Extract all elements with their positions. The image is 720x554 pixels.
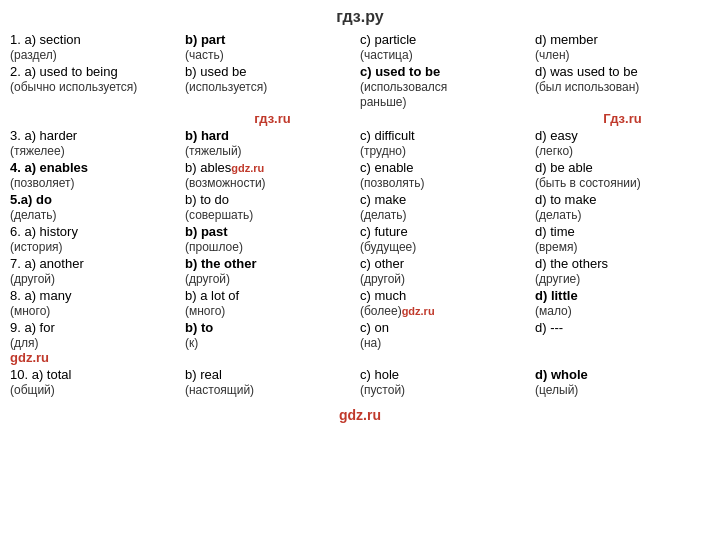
answer-row-10: 10. a) total(общий) b) real(настоящий) c… [10, 367, 710, 397]
answer-row-9: 9. a) for(для)gdz.ru b) to(к) c) on(на) … [10, 320, 710, 365]
cell: c) on(на) [360, 320, 535, 365]
cell: c) much(более)gdz.ru [360, 288, 535, 318]
answer-row-3: 3. a) harder(тяжелее) b) hard(тяжелый) c… [10, 128, 710, 158]
answer-row-4: 4. a) enables(позволяет) b) ablesgdz.ru(… [10, 160, 710, 190]
cell: c) make(делать) [360, 192, 535, 222]
cell: b) to(к) [185, 320, 360, 365]
cell: b) used be(используется) [185, 64, 360, 109]
cell: 2. a) used to being(обычно используется) [10, 64, 185, 109]
cell: c) particle(частица) [360, 32, 535, 62]
answers-container: 1. a) section(раздел) b) part(часть) c) … [10, 32, 710, 397]
cell: 8. a) many(много) [10, 288, 185, 318]
cell: d) was used to be(был использован) [535, 64, 710, 109]
cell: d) to make(делать) [535, 192, 710, 222]
cell: 1. a) section(раздел) [10, 32, 185, 62]
cell: 7. a) another(другой) [10, 256, 185, 286]
cell: d) the others(другие) [535, 256, 710, 286]
answer-row-6: 6. a) history(история) b) past(прошлое) … [10, 224, 710, 254]
cell: b) the other(другой) [185, 256, 360, 286]
cell: d) be able(быть в состоянии) [535, 160, 710, 190]
row-num: 1. a) section [10, 32, 81, 47]
cell: d) member(член) [535, 32, 710, 62]
answer-row-8: 8. a) many(много) b) a lot of(много) c) … [10, 288, 710, 318]
cell: b) part(часть) [185, 32, 360, 62]
answer-row-5: 5.a) do(делать) b) to do(совершать) c) m… [10, 192, 710, 222]
page-title: гдз.ру [10, 8, 710, 26]
cell: c) other(другой) [360, 256, 535, 286]
cell: d) whole(целый) [535, 367, 710, 397]
answer-row-2: 2. a) used to being(обычно используется)… [10, 64, 710, 109]
watermark-bottom: gdz.ru [10, 407, 710, 423]
cell: 3. a) harder(тяжелее) [10, 128, 185, 158]
cell: c) difficult(трудно) [360, 128, 535, 158]
cell: b) hard(тяжелый) [185, 128, 360, 158]
cell: 5.a) do(делать) [10, 192, 185, 222]
cell: d) easy(легко) [535, 128, 710, 158]
cell: c) hole(пустой) [360, 367, 535, 397]
cell: 10. a) total(общий) [10, 367, 185, 397]
cell: b) a lot of(много) [185, 288, 360, 318]
cell: 4. a) enables(позволяет) [10, 160, 185, 190]
cell: 9. a) for(для)gdz.ru [10, 320, 185, 365]
watermark-1: гдз.ru Гдз.ru [10, 111, 710, 126]
cell: d) --- [535, 320, 710, 365]
cell: b) past(прошлое) [185, 224, 360, 254]
cell: c) enable(позволять) [360, 160, 535, 190]
cell: c) used to be(использовалсяраньше) [360, 64, 535, 109]
cell: c) future(будущее) [360, 224, 535, 254]
cell: d) little(мало) [535, 288, 710, 318]
cell: b) to do(совершать) [185, 192, 360, 222]
cell: 6. a) history(история) [10, 224, 185, 254]
cell: b) real(настоящий) [185, 367, 360, 397]
cell: b) ablesgdz.ru(возможности) [185, 160, 360, 190]
cell: d) time(время) [535, 224, 710, 254]
answer-row-7: 7. a) another(другой) b) the other(друго… [10, 256, 710, 286]
answer-row-1: 1. a) section(раздел) b) part(часть) c) … [10, 32, 710, 62]
